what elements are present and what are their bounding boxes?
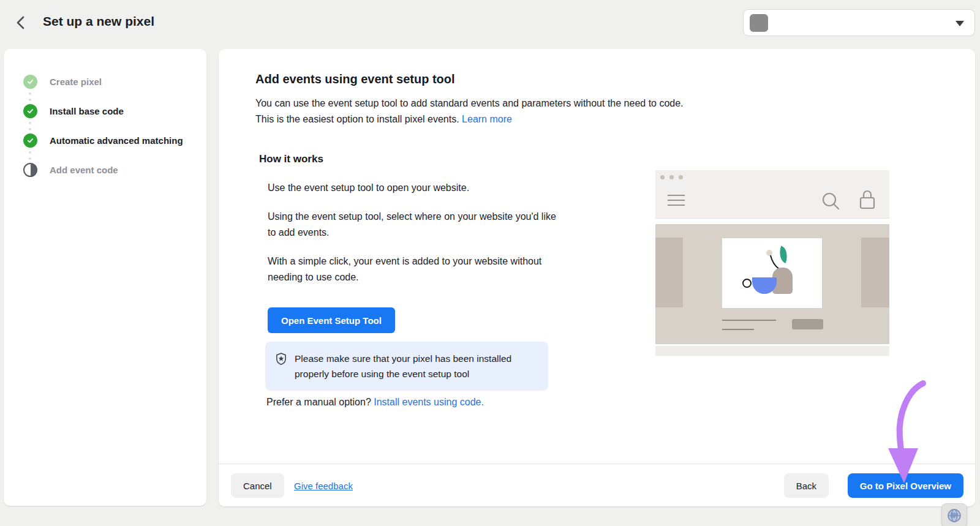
- illustration-footer-strip: [655, 346, 889, 356]
- main-panel: Add events using event setup tool You ca…: [219, 49, 975, 506]
- account-selector-dropdown[interactable]: [743, 9, 975, 36]
- section-heading: Add events using event setup tool: [255, 72, 455, 86]
- browser-extension-badge[interactable]: [941, 503, 967, 526]
- illustration-toolbar: [655, 184, 889, 219]
- text-placeholder-line: [722, 329, 754, 330]
- check-circle-icon: [23, 104, 37, 118]
- illustration-titlebar: [655, 170, 889, 184]
- sidebar-item-install-base-code[interactable]: Install base code: [23, 104, 124, 118]
- check-circle-icon: [23, 75, 37, 89]
- how-step-2: Using the event setup tool, select where…: [268, 209, 565, 241]
- window-dot-icon: [669, 175, 674, 179]
- how-step-1: Use the event setup tool to open your we…: [268, 180, 565, 196]
- lock-icon: [859, 189, 876, 212]
- account-avatar: [750, 14, 768, 32]
- hamburger-menu-icon: [668, 205, 685, 206]
- how-step-3: With a simple click, your event is added…: [268, 254, 565, 285]
- placeholder-block: [655, 238, 683, 307]
- window-dot-icon: [679, 175, 683, 179]
- event-setup-illustration: [655, 170, 889, 356]
- learn-more-link[interactable]: Learn more: [462, 114, 512, 124]
- star-badge-icon: [274, 352, 288, 366]
- back-chevron-icon[interactable]: [12, 14, 29, 31]
- hamburger-menu-icon: [668, 200, 685, 201]
- setup-steps-sidebar: Create pixel Install base code Automatic…: [4, 49, 206, 506]
- intro-paragraph: You can use the event setup tool to add …: [255, 96, 695, 127]
- manual-option-line: Prefer a manual option? Install events u…: [266, 397, 484, 408]
- sidebar-item-automatic-advanced-matching[interactable]: Automatic advanced matching: [23, 133, 183, 148]
- sidebar-item-label: Automatic advanced matching: [50, 135, 183, 146]
- step-connector-dot: [29, 157, 31, 160]
- how-it-works-heading: How it works: [259, 153, 323, 165]
- illustration-webpage-body: [655, 224, 889, 344]
- sidebar-item-label: Install base code: [50, 106, 124, 116]
- install-events-using-code-link[interactable]: Install events using code.: [374, 397, 484, 407]
- search-icon: [821, 191, 841, 212]
- placeholder-block: [861, 238, 889, 307]
- header-bar: Set up a new pixel: [0, 0, 980, 46]
- window-dot-icon: [660, 175, 665, 179]
- step-connector-dot: [29, 128, 31, 130]
- globe-icon: [947, 508, 962, 523]
- text-placeholder-line: [722, 320, 776, 321]
- half-progress-circle-icon: [23, 163, 37, 177]
- step-connector-dot: [29, 151, 31, 154]
- how-it-works-steps: Use the event setup tool to open your we…: [268, 180, 565, 298]
- step-connector-dot: [29, 92, 31, 95]
- button-placeholder: [792, 319, 823, 329]
- wizard-footer: Cancel Give feedback Back Go to Pixel Ov…: [219, 464, 975, 506]
- sidebar-item-add-event-code[interactable]: Add event code: [23, 163, 118, 177]
- notice-text: Please make sure that your pixel has bee…: [295, 353, 511, 379]
- back-button[interactable]: Back: [784, 473, 829, 498]
- sidebar-item-create-pixel[interactable]: Create pixel: [23, 75, 102, 89]
- go-to-pixel-overview-button[interactable]: Go to Pixel Overview: [848, 473, 963, 498]
- give-feedback-link[interactable]: Give feedback: [294, 481, 353, 491]
- step-connector-dot: [29, 99, 31, 101]
- hamburger-menu-icon: [668, 195, 685, 196]
- sidebar-item-label: Add event code: [50, 165, 118, 175]
- chevron-down-icon: [956, 21, 964, 26]
- manual-text: Prefer a manual option?: [266, 397, 371, 407]
- cup-handle-ring: [742, 279, 752, 288]
- page-title: Set up a new pixel: [43, 14, 154, 29]
- cancel-button[interactable]: Cancel: [231, 473, 284, 498]
- check-circle-icon: [23, 133, 37, 148]
- pixel-install-notice: Please make sure that your pixel has bee…: [265, 342, 548, 391]
- open-event-setup-tool-button[interactable]: Open Event Setup Tool: [268, 307, 395, 333]
- step-connector-dot: [29, 122, 31, 124]
- plant-stem: [722, 238, 822, 308]
- product-image-card: [722, 238, 822, 308]
- sidebar-item-label: Create pixel: [50, 77, 102, 87]
